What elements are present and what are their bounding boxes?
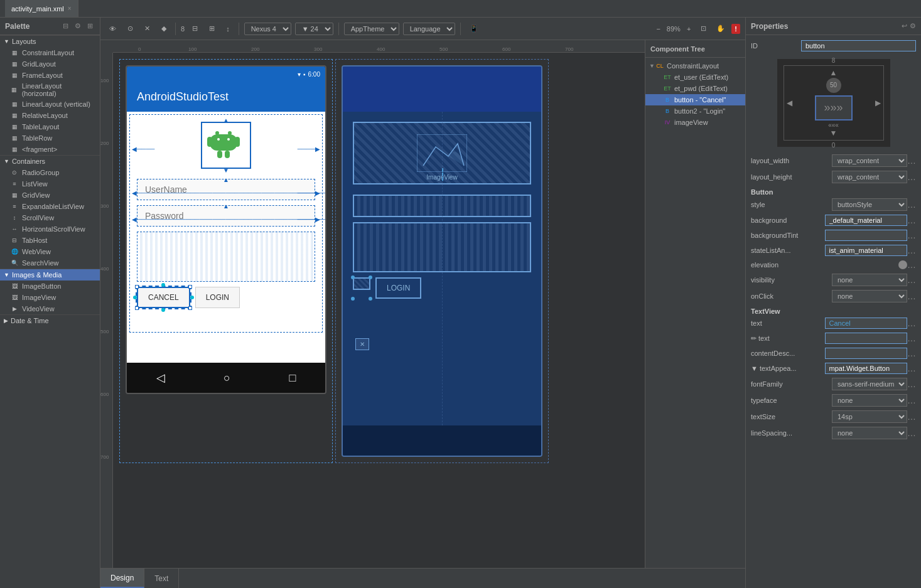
elevation-toggle[interactable] <box>898 260 907 269</box>
theme-selector[interactable]: AppTheme <box>344 23 399 35</box>
nav-back-btn[interactable]: ◁ <box>156 371 165 385</box>
palette-item-linearlayout-h[interactable]: ▦LinearLayout (horizontal) <box>0 81 100 99</box>
palette-section-layouts[interactable]: ▼ Layouts <box>0 35 100 47</box>
login-button[interactable]: LOGIN <box>195 287 240 308</box>
props-style-select[interactable]: buttonStyle <box>832 198 907 211</box>
palette-item-webview[interactable]: 🌐WebView <box>0 246 100 257</box>
palette-item-gridview[interactable]: ▦GridView <box>0 190 100 201</box>
palette-item-framelayout[interactable]: ▦FrameLayout <box>0 70 100 81</box>
api-selector[interactable]: ▼ 24 <box>295 23 333 35</box>
handle-bl[interactable] <box>135 306 139 310</box>
palette-item-expandablelistview[interactable]: ≡ExpandableListView <box>0 201 100 212</box>
palette-item-imagebutton[interactable]: 🖼ImageButton <box>0 281 100 292</box>
tree-item-etuser[interactable]: ET et_user (EditText) <box>645 72 745 83</box>
props-layout-width-select[interactable]: wrap_content <box>832 154 907 167</box>
resize-btn[interactable]: ↕ <box>222 23 234 35</box>
bp-close-btn[interactable]: ✕ <box>355 338 369 350</box>
props-layout-height-select[interactable]: wrap_content <box>832 171 907 183</box>
show-blueprint-btn[interactable]: 👁 <box>105 23 120 35</box>
props-back-icon[interactable]: ↩ <box>902 22 907 30</box>
phone-mode-btn[interactable]: 📱 <box>466 23 482 35</box>
typeface-dots[interactable]: … <box>907 395 916 405</box>
diamond-btn[interactable]: ◆ <box>158 23 170 35</box>
cross-btn[interactable]: ✕ <box>141 23 154 35</box>
props-textsize-select[interactable]: 14sp <box>832 410 907 423</box>
props-text-attr-input[interactable] <box>825 333 908 344</box>
tab-design[interactable]: Design <box>100 569 144 588</box>
background-dots[interactable]: … <box>907 215 916 225</box>
handle-tl[interactable] <box>135 285 139 289</box>
text-attr-dots[interactable]: … <box>907 333 916 343</box>
bp-handle-bl[interactable] <box>351 297 355 301</box>
zoom-pan-btn[interactable]: ✋ <box>713 23 729 35</box>
palette-item-linearlayout-v[interactable]: ▦LinearLayout (vertical) <box>0 99 100 110</box>
contentdesc-dots[interactable]: … <box>907 348 916 358</box>
bp-handle-tr[interactable] <box>369 275 372 279</box>
magnet-btn[interactable]: ⊙ <box>124 23 137 35</box>
elevation-dots[interactable]: … <box>907 260 916 270</box>
align-btn[interactable]: ⊟ <box>188 23 202 35</box>
palette-icon-settings[interactable]: ⚙ <box>73 21 83 31</box>
bgtint-dots[interactable]: … <box>907 230 916 240</box>
palette-item-gridlayout[interactable]: ▦GridLayout <box>0 58 100 70</box>
props-textappea-input[interactable] <box>825 363 908 374</box>
palette-item-fragment[interactable]: ▦<fragment> <box>0 144 100 155</box>
palette-item-tablelayout[interactable]: ▦TableLayout <box>0 121 100 132</box>
text-dots[interactable]: … <box>907 318 916 328</box>
zoom-fit-btn[interactable]: ⊡ <box>697 23 710 35</box>
zoom-minus-btn[interactable]: − <box>652 23 664 35</box>
palette-item-videoview[interactable]: ▶VideoView <box>0 303 100 314</box>
style-dots[interactable]: … <box>907 200 916 210</box>
props-visibility-select[interactable]: none <box>832 274 907 286</box>
palette-section-containers[interactable]: ▼ Containers <box>0 155 100 167</box>
tab-text[interactable]: Text <box>144 569 179 588</box>
visibility-dots[interactable]: … <box>907 275 916 285</box>
device-selector[interactable]: Nexus 4 <box>244 23 291 35</box>
constraint-handle-bottom[interactable] <box>161 308 165 312</box>
layout-width-dots[interactable]: … <box>907 156 916 166</box>
props-typeface-select[interactable]: none <box>832 394 907 407</box>
constraint-handle-top[interactable] <box>161 283 165 287</box>
tree-item-login[interactable]: B button2 - "Login" <box>645 105 745 117</box>
palette-item-relativelayout[interactable]: ▦RelativeLayout <box>0 110 100 121</box>
props-fontfamily-select[interactable]: sans-serif-medium <box>832 378 907 390</box>
palette-section-datetime[interactable]: ▶ Date & Time <box>0 314 100 326</box>
props-statelistanim-input[interactable] <box>825 245 908 256</box>
language-selector[interactable]: Language <box>403 23 455 35</box>
fontfamily-dots[interactable]: … <box>907 379 916 389</box>
tab-close-icon[interactable]: × <box>68 5 72 12</box>
tree-item-etpwd[interactable]: ET et_pwd (EditText) <box>645 83 745 94</box>
handle-tr[interactable] <box>188 285 192 289</box>
props-settings-icon[interactable]: ⚙ <box>910 22 916 30</box>
palette-item-horizontalscrollview[interactable]: ↔HorizontalScrollView <box>0 223 100 235</box>
palette-item-constraintlayout[interactable]: ▦ConstraintLayout <box>0 47 100 58</box>
tree-item-imageview[interactable]: IV imageView <box>645 117 745 128</box>
statelistanim-dots[interactable]: … <box>907 245 916 255</box>
props-linespacing-select[interactable]: none <box>832 427 907 439</box>
palette-item-listview[interactable]: ≡ListView <box>0 178 100 190</box>
handle-br[interactable] <box>188 306 192 310</box>
palette-section-images[interactable]: ▼ Images & Media <box>0 269 100 281</box>
distribute-btn[interactable]: ⊞ <box>205 23 218 35</box>
palette-item-imageview[interactable]: 🖼ImageView <box>0 292 100 303</box>
linespacing-dots[interactable]: … <box>907 428 916 438</box>
palette-icon-grid[interactable]: ⊟ <box>61 21 70 31</box>
bp-handle-br[interactable] <box>369 297 372 301</box>
tree-item-constraintlayout[interactable]: ▼ CL ConstraintLayout <box>645 60 745 72</box>
textappea-dots[interactable]: … <box>907 363 916 373</box>
props-onclick-select[interactable]: none <box>832 290 907 302</box>
constraint-handle-right[interactable] <box>190 296 194 299</box>
palette-item-radiogroup[interactable]: ⊙RadioGroup <box>0 167 100 178</box>
nav-home-btn[interactable]: ○ <box>224 372 230 385</box>
palette-icon-expand[interactable]: ⊞ <box>85 21 95 31</box>
active-tab[interactable]: activity_main.xml × <box>5 0 78 17</box>
onclick-dots[interactable]: … <box>907 291 916 301</box>
cancel-button[interactable]: CANCEL <box>137 287 190 308</box>
props-text-input[interactable] <box>825 318 908 329</box>
tree-item-cancel[interactable]: B button - "Cancel" <box>645 94 745 105</box>
textsize-dots[interactable]: … <box>907 412 916 422</box>
palette-item-searchview[interactable]: 🔍SearchView <box>0 257 100 269</box>
constraint-handle-left[interactable] <box>133 296 137 299</box>
zoom-plus-btn[interactable]: + <box>683 23 694 35</box>
nav-recent-btn[interactable]: □ <box>289 372 296 385</box>
